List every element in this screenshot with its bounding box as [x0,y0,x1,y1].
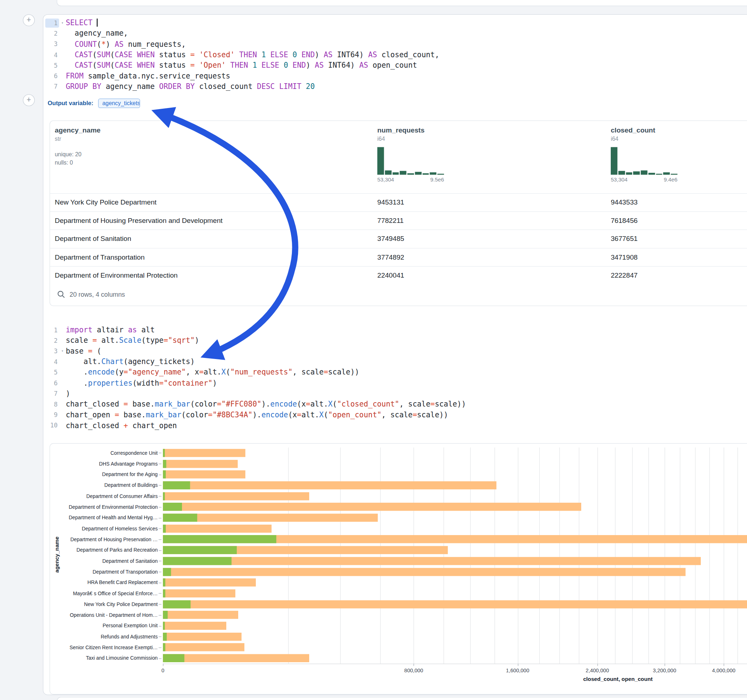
gridline [539,448,540,664]
column-header[interactable]: closed_counti6453,3049.4e6 [611,126,677,182]
histogram-bar [641,170,647,175]
gridline [695,448,696,664]
code-token: 0 [284,61,288,70]
sql-editor[interactable]: 1▾SELECT 2 agency_name,3 COUNT(*) AS num… [45,18,439,92]
code-token: "container" [163,379,213,388]
table-cell: 9443533 [611,194,747,211]
code-token [288,50,292,59]
code-line[interactable]: 5 CAST(SUM(CASE WHEN status = 'Open' THE… [45,60,439,71]
code-line[interactable]: 6FROM sample_data.nyc.service_requests [45,71,439,81]
code-token: ( [226,368,230,377]
column-histogram[interactable] [377,147,444,175]
fold-chevron-icon[interactable]: ▾ [59,349,66,353]
code-token: ) [213,379,217,388]
code-token: = [159,379,163,388]
code-line[interactable]: 8chart_closed = base.mark_bar(color="#FF… [45,399,466,409]
histogram-range: 53,3049.5e6 [377,177,444,182]
column-histogram[interactable] [611,147,677,175]
notebook-canvas: + + 1▾SELECT 2 agency_name,3 COUNT(*) AS… [0,0,747,700]
add-cell-button[interactable]: + [23,14,35,26]
code-token: alt [137,326,154,334]
code-token: = [190,61,195,70]
code-line[interactable]: 10chart_closed + chart_open [45,420,466,431]
bar-open [163,622,165,630]
y-tick [159,550,162,551]
fold-chevron-icon[interactable]: ▾ [59,21,66,25]
y-axis-label: HRA Benefit Card Replacement [50,577,158,588]
code-text: .encode(y="agency_name", x=alt.X("num_re… [66,368,359,377]
bar-open [163,449,165,457]
next-cell-edge [57,697,747,700]
column-header[interactable]: num_requestsi6453,3049.5e6 [377,126,444,182]
table-row: Department of Transportation377489234719… [50,248,747,266]
code-token: ( [92,347,101,355]
histogram-bar [377,147,384,175]
column-header[interactable]: agency_namestrunique: 20nulls: 0 [55,126,101,167]
y-tick [159,529,162,529]
code-line[interactable]: 7GROUP BY agency_name ORDER BY closed_co… [45,81,439,92]
code-line[interactable]: 2 agency_name, [45,28,439,39]
y-axis-label: DHS Advantage Programs [50,459,158,469]
code-line[interactable]: 2scale = alt.Scale(type="sqrt") [45,335,466,345]
y-tick [159,647,162,648]
code-text: GROUP BY agency_name ORDER BY closed_cou… [66,83,315,91]
gridline [649,448,649,664]
histogram-bar [385,170,391,175]
code-line[interactable]: 3▾base = ( [45,346,466,356]
code-token: = [413,410,417,419]
text-cursor [97,19,98,27]
histogram-max-label: 9.4e6 [664,177,677,182]
x-tick-label: 1,600,000 [496,668,539,673]
code-token: ) [306,61,315,70]
bar-open [163,481,190,489]
gridline [414,448,414,664]
histogram-bar [648,173,655,175]
code-line[interactable]: 7) [45,389,466,399]
code-token: mark_bar [154,400,190,409]
code-line[interactable]: 1▾SELECT [45,18,439,28]
code-token: "#FFC080" [221,400,261,409]
output-variable-chip[interactable]: agency_tickets [98,99,140,108]
x-tick-label: 4,000,000 [702,668,745,673]
column-name: closed_count [611,126,677,134]
histogram-bar [408,173,414,175]
line-number: 3 [45,39,59,48]
line-number: 5 [45,61,59,70]
code-token: + [124,421,128,430]
code-token [288,61,293,70]
y-tick [159,615,162,616]
code-token: chart_open [66,410,115,419]
table-cell: 3677651 [611,230,747,248]
code-line[interactable]: 4 alt.Chart(agency_tickets) [45,356,466,367]
add-cell-button[interactable]: + [23,94,35,106]
previous-cell-edge [57,0,747,6]
code-line[interactable]: 1import altair as alt [45,325,466,335]
python-editor[interactable]: 1import altair as alt2scale = alt.Scale(… [45,325,466,431]
code-token: , x [186,368,199,377]
table-row: Department of Environmental Protection22… [50,266,747,284]
meta-line: unique: 20 [55,150,101,158]
bar-closed [163,449,245,457]
code-text: chart_closed + chart_open [66,421,177,430]
code-token: CASE [115,50,132,59]
code-line[interactable]: 3 COUNT(*) AS num_requests, [45,39,439,49]
code-line[interactable]: 4 CAST(SUM(CASE WHEN status = 'Closed' T… [45,49,439,60]
code-line[interactable]: 9chart_open = base.mark_bar(color="#8BC3… [45,409,466,420]
y-tick [159,496,162,496]
code-token: , scale [382,410,413,419]
y-axis-label: Taxi and Limousine Commission [50,653,158,664]
code-line[interactable]: 6 .properties(width="container") [45,378,466,388]
code-token: alt. [310,400,328,409]
y-axis-label: Mayorâ€ s Office of Special Enforce… [50,588,158,599]
code-token: as [128,326,137,334]
code-line[interactable]: 5 .encode(y="agency_name", x=alt.X("num_… [45,367,466,378]
code-text: base = ( [66,347,101,355]
code-token: BY [186,83,195,91]
code-token: (x [288,410,297,419]
bar-open [163,546,237,554]
column-name: agency_name [55,126,101,134]
code-text: CAST(SUM(CASE WHEN status = 'Closed' THE… [66,50,439,59]
search-icon[interactable] [57,290,65,298]
code-token [133,61,137,70]
table-cell: 3774892 [377,249,611,266]
